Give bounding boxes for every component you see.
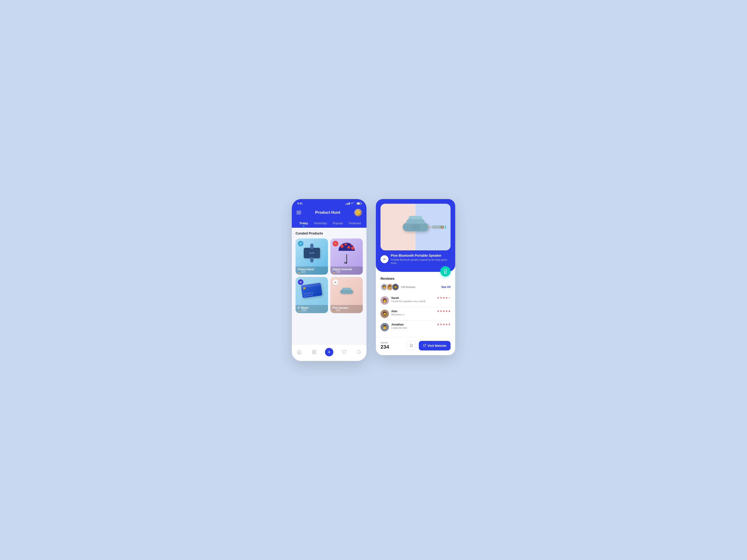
tab-yesterday[interactable]: Yesterday [311,219,330,228]
phone-body: Curated Products ≋ 12:45 Fitness [292,228,366,344]
stars-alan: ★★★★★ [437,310,450,313]
battery-icon [357,202,361,205]
svg-rect-3 [315,352,316,354]
reviewer-name-jonathan: Jonathan [391,323,435,326]
user-avatar[interactable]: 🙂 [354,209,362,216]
product-name-fitness: Fitness Band [298,268,326,271]
tab-featured[interactable]: Featured [346,219,363,228]
product-image-fitness: 12:45 [295,238,328,268]
svg-rect-2 [313,352,314,354]
wifi-icon: ▾⌒ [351,202,355,205]
product-desc-hero: Portable Bluetooth speaker inspired by t… [391,258,450,265]
menu-icon[interactable] [297,211,301,214]
nav-heart-icon[interactable] [340,348,348,356]
status-icons: ▾⌒ [346,202,361,205]
tabs-row: Today Yesterday Popular Featured [297,219,362,228]
reviewer-info-jonathan: Jonathan I really like this! [391,323,435,329]
phone-header: 9:41 ▾⌒ [292,199,366,228]
svg-line-5 [360,353,361,354]
time-display: 9:41 [298,202,303,205]
product-name-wallet: E- Wallet [298,306,326,309]
card-bottom-wallet: E- Wallet 🏅 1029 [295,305,328,313]
card-bottom-umbrella: Digital Umbrella 🏅 730 [330,266,363,275]
see-all-button[interactable]: See All [441,285,450,289]
brand-logo: bö [381,255,388,263]
card-bottom-fitness: Fitness Band 🏅 233 [295,266,328,275]
review-item-sarah: 👩 Sarah I found this speakers very usefu… [381,294,450,307]
product-image-pine [330,277,363,306]
nav-home-icon[interactable] [295,348,304,356]
hero-speaker-image [403,223,428,231]
product-info: bö Pine Bluetooth Portable Speaker Porta… [381,254,450,265]
product-votes-wallet: 🏅 1029 [298,309,326,312]
visit-website-button[interactable]: Visit Website [419,341,450,350]
upvote-section: Upvote 234 [381,341,404,350]
nav-search-icon[interactable] [355,348,363,356]
credit-card-image: 1234 5b18 9# MR. ANONYMOUS [301,283,323,298]
fitness-band-image: 12:45 [304,248,320,258]
reviewer-info-sarah: Sarah I found this speakers very usefull… [391,296,435,303]
scroll-dot-active [445,225,446,229]
speaker-grille [405,224,426,230]
reviews-section: Reviews 🧑 👩 🧔 +38 Reviews See All 👩 Sara… [376,272,455,338]
svg-point-4 [357,350,360,353]
product-hero: bö Pine Bluetooth Portable Speaker Porta… [376,199,455,272]
award-icon: 🏅 [298,271,301,273]
product-votes-pine: 🏅 234 [333,309,360,312]
product-votes-umbrella: 🏅 730 [333,271,360,273]
scroll-dot [445,230,446,231]
nav-grid-icon[interactable] [310,348,318,356]
external-link-icon [423,344,426,348]
product-card-umbrella[interactable]: H. [330,238,363,275]
reviews-title: Reviews [381,276,450,281]
bookmark-button[interactable] [407,341,416,350]
reviewer-name-alan: Alan [391,310,435,313]
tab-popular[interactable]: Popular [330,219,346,228]
card-bottom-pine: Pine Speaker 🏅 234 [330,305,363,313]
product-name-umbrella: Digital Umbrella [333,268,360,271]
reviewer-name-sarah: Sarah [391,296,435,300]
product-card-pine[interactable]: bö Pine Speaker 🏅 234 [330,277,363,313]
product-image-wallet: 1234 5b18 9# MR. ANONYMOUS [295,277,328,306]
tab-today[interactable]: Today [297,219,311,228]
avatar-group: 🧑 👩 🧔 [381,283,397,291]
product-card-wallet[interactable]: M 1234 5b18 9# MR. ANONYMOUS E- Wallet [295,277,328,313]
reviewer-info-alan: Alan Marvellous :) [391,310,435,316]
signal-icon [346,202,350,205]
review-avatar-3: 🧔 [392,283,399,291]
pine-speaker-image [340,290,353,294]
product-footer: Upvote 234 Visit Website [376,338,455,355]
product-image-umbrella [330,238,363,268]
svg-line-7 [424,344,426,346]
review-count: +38 Reviews [401,286,415,288]
reviewer-avatar-alan: 🧔 [381,310,389,318]
bottom-nav: + [292,344,366,361]
product-card-fitness[interactable]: ≋ 12:45 Fitness Band 🏅 [295,238,328,275]
review-item-alan: 🧔 Alan Marvellous :) ★★★★★ [381,307,450,321]
reviewer-comment-jonathan: I really like this! [391,327,435,329]
scroll-indicator [445,223,446,231]
nav-bar: Product Hunt 🙂 [297,207,362,219]
stars-sarah: ★★★★★ [437,296,450,299]
phone-right: bö Pine Bluetooth Portable Speaker Porta… [376,199,455,355]
review-avatars-row: 🧑 👩 🧔 +38 Reviews See All [381,283,450,291]
product-votes-fitness: 🏅 233 [298,271,326,273]
app-title: Product Hunt [315,210,340,215]
phone-left: 9:41 ▾⌒ [292,199,366,361]
speaker-cord [427,227,442,228]
upvote-count: 234 [381,344,404,350]
svg-rect-0 [313,350,314,352]
scroll-dot [445,223,446,224]
reviewer-avatar-jonathan: 👨 [381,323,389,331]
award-icon: 🏅 [298,310,301,312]
speaker-body [403,223,428,231]
status-bar: 9:41 ▾⌒ [297,199,362,207]
svg-rect-1 [315,350,316,352]
stars-jonathan: ★★★★★ [437,323,450,326]
award-icon: 🏅 [333,310,335,312]
reviewer-comment-alan: Marvellous :) [391,313,435,316]
nav-add-button[interactable]: + [325,348,333,356]
product-text-info: Pine Bluetooth Portable Speaker Portable… [391,254,450,265]
section-title: Curated Products [295,232,363,235]
reviewer-avatar-sarah: 👩 [381,296,389,305]
